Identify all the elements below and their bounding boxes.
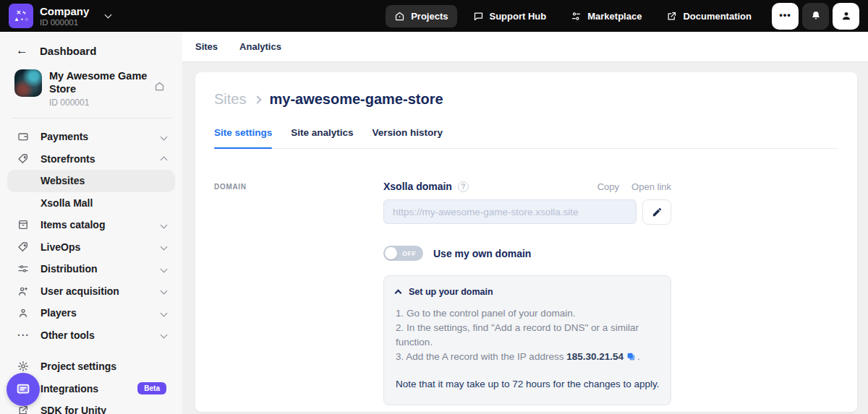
sidebar-item-label: Other tools — [41, 329, 95, 341]
dashboard-link[interactable]: Dashboard — [40, 45, 96, 57]
nav-support-hub-label: Support Hub — [490, 11, 547, 22]
nav-documentation-label: Documentation — [683, 11, 752, 22]
tag-icon — [17, 241, 30, 253]
sidebar-item-label: User acquisition — [41, 285, 119, 297]
home-icon — [394, 11, 405, 22]
chevron-down-icon — [161, 133, 168, 140]
sidebar-item-distribution[interactable]: Distribution — [7, 258, 175, 280]
sidebar-item-websites[interactable]: Websites — [7, 170, 175, 192]
chat-launcher-button[interactable] — [7, 373, 40, 406]
beta-badge: Beta — [137, 382, 166, 394]
project-block[interactable]: My Awesome Game Store ID 000001 — [0, 65, 182, 116]
xsolla-domain-label: Xsolla domain — [383, 181, 452, 192]
chevron-up-icon — [395, 290, 402, 297]
company-name: Company — [40, 5, 89, 17]
notifications-button[interactable] — [802, 3, 829, 30]
setup-step-3-text: 3. Add the A record with the IP address — [396, 351, 566, 362]
user-icon — [17, 307, 30, 319]
setup-domain-panel: Set up your domain 1. Go to the control … — [383, 275, 671, 405]
edit-domain-button[interactable] — [642, 199, 671, 225]
sidebar-item-payments[interactable]: Payments — [7, 126, 175, 148]
chevron-down-icon — [161, 265, 168, 272]
sidebar-item-label: Payments — [41, 131, 88, 142]
nav-marketplace[interactable]: Marketplace — [562, 5, 650, 27]
xsolla-domain-input[interactable] — [383, 199, 637, 224]
toggle-knob — [385, 247, 397, 259]
external-link-icon — [17, 405, 30, 414]
breadcrumb-sites[interactable]: Sites — [214, 91, 246, 108]
sidebar-item-label: Items catalog — [41, 219, 105, 230]
home-icon[interactable] — [154, 81, 165, 95]
subnav-sites[interactable]: Sites — [195, 41, 218, 52]
sliders-icon — [17, 263, 30, 275]
sidebar-item-label: Xsolla Mall — [41, 197, 93, 209]
sidebar-item-label: LiveOps — [41, 241, 80, 253]
sidebar-item-user-acquisition[interactable]: User acquisition — [7, 280, 175, 303]
chevron-down-icon — [161, 221, 168, 228]
copy-icon[interactable] — [626, 351, 636, 366]
sidebar-item-project-settings[interactable]: Project settings — [7, 355, 175, 378]
tag-icon — [17, 153, 30, 165]
help-icon[interactable]: ? — [458, 181, 469, 192]
ellipsis-icon: ••• — [779, 9, 791, 20]
subnav-analytics[interactable]: Analytics — [239, 41, 281, 52]
chat-widget-icon — [15, 381, 31, 397]
breadcrumb: Sites my-awesome-game-store — [214, 91, 838, 108]
nav-documentation[interactable]: Documentation — [658, 5, 760, 27]
ellipsis-icon: ··· — [17, 329, 30, 341]
topbar: ✕ ϟ▲ ▪ ○ Company ID 000001 Projects Supp… — [0, 0, 868, 32]
top-navigation: Projects Support Hub Marketplace Documen… — [386, 5, 760, 27]
sliders-icon — [571, 11, 582, 22]
setup-panel-header[interactable]: Set up your domain — [396, 287, 659, 297]
tab-site-analytics[interactable]: Site analytics — [291, 127, 353, 148]
pencil-icon — [652, 207, 663, 217]
tabs: Site settings Site analytics Version his… — [214, 127, 838, 149]
setup-step-3-period: . — [637, 351, 640, 362]
tab-version-history[interactable]: Version history — [373, 127, 443, 148]
content-card: Sites my-awesome-game-store Site setting… — [195, 72, 857, 412]
external-link-icon — [666, 11, 677, 22]
sidebar-item-label: Players — [41, 307, 77, 319]
chevron-down-icon — [161, 332, 168, 339]
subnav: Sites Analytics — [182, 32, 868, 62]
sidebar-item-liveops[interactable]: LiveOps — [7, 236, 175, 259]
use-own-domain-label: Use my own domain — [433, 248, 531, 259]
sidebar-item-items-catalog[interactable]: Items catalog — [7, 214, 175, 236]
open-link[interactable]: Open link — [631, 181, 671, 192]
nav-projects-label: Projects — [411, 11, 448, 22]
setup-steps: 1. Go to the control panel of your domai… — [396, 306, 659, 366]
sidebar-item-label: Integrations — [41, 383, 98, 394]
sidebar-item-label: SDK for Unity — [41, 405, 106, 414]
chevron-right-icon — [254, 95, 262, 103]
setup-note: Note that it may take up to 72 hours for… — [396, 377, 671, 392]
tab-site-settings[interactable]: Site settings — [214, 127, 272, 148]
back-arrow-icon[interactable]: ← — [16, 43, 28, 58]
chat-icon — [473, 11, 484, 22]
topbar-actions: ••• — [772, 3, 859, 30]
nav-support-hub[interactable]: Support Hub — [464, 5, 556, 27]
page-title: my-awesome-game-store — [269, 91, 443, 108]
sidebar-item-label: Distribution — [41, 263, 98, 275]
setup-panel-title: Set up your domain — [409, 287, 493, 297]
chevron-down-icon — [161, 309, 168, 316]
project-id: ID 000001 — [49, 98, 152, 108]
setup-step-2: 2. In the settings, find "Add a record t… — [396, 321, 659, 350]
chevron-down-icon — [161, 288, 168, 295]
company-id: ID 000001 — [40, 17, 89, 27]
use-own-domain-toggle[interactable]: OFF — [383, 246, 423, 261]
sidebar-item-players[interactable]: Players — [7, 302, 175, 324]
xsolla-logo-icon: ✕ ϟ▲ ▪ ○ — [9, 4, 33, 28]
account-button[interactable] — [833, 3, 859, 30]
user-icon — [841, 10, 852, 22]
chevron-up-icon — [161, 157, 168, 164]
sidebar-menu: Payments Storefronts Websites Xsolla Mal… — [0, 126, 182, 414]
company-switcher[interactable]: ✕ ϟ▲ ▪ ○ Company ID 000001 — [9, 4, 111, 28]
copy-link[interactable]: Copy — [597, 181, 619, 192]
sidebar-item-other-tools[interactable]: ··· Other tools — [7, 324, 175, 347]
more-options-button[interactable]: ••• — [772, 3, 799, 30]
nav-projects[interactable]: Projects — [386, 5, 456, 27]
sidebar-item-storefronts[interactable]: Storefronts — [7, 148, 175, 171]
sidebar-item-label: Websites — [41, 175, 85, 186]
setup-step-1: 1. Go to the control panel of your domai… — [396, 306, 659, 321]
sidebar-item-xsolla-mall[interactable]: Xsolla Mall — [7, 192, 175, 215]
